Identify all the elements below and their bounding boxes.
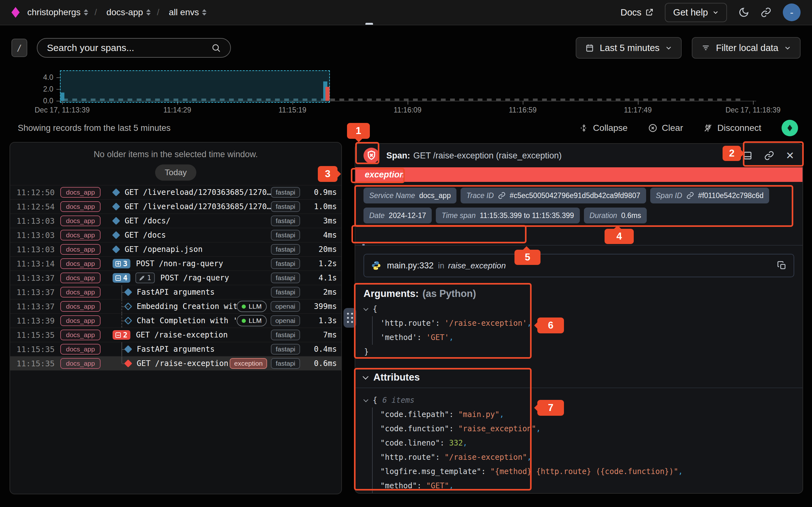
- row-time: 11:12:54: [16, 202, 55, 211]
- span-kind-icon: [112, 217, 120, 225]
- row-framework-tag: fastapi: [271, 216, 300, 226]
- annotation-badge-5: 5: [514, 250, 541, 265]
- clear-button[interactable]: Clear: [648, 123, 683, 133]
- toolbar: / Search your spans... Last 5 minutes Fi…: [11, 38, 801, 58]
- row-time: 11:13:03: [16, 245, 55, 254]
- avatar[interactable]: -: [783, 3, 801, 21]
- collapse-button[interactable]: Collapse: [579, 123, 628, 133]
- panel-resize-handle[interactable]: [344, 308, 356, 328]
- expand-badge[interactable]: −4: [113, 273, 131, 283]
- items-count: 6 items: [382, 396, 414, 405]
- collapse-caret-icon[interactable]: [363, 306, 368, 311]
- row-framework-tag: openai: [270, 315, 300, 326]
- code-line: 'method': 'GET',: [380, 331, 794, 345]
- filter-dropdown[interactable]: Filter local data: [692, 37, 801, 59]
- service-tag: docs_app: [60, 358, 101, 369]
- close-icon[interactable]: ✕: [786, 151, 794, 161]
- status-bar: Showing records from the last 5 minutes …: [18, 120, 798, 136]
- expand-badge[interactable]: +3: [113, 259, 131, 268]
- table-row[interactable]: 11:13:03 docs_app GET /docs/ fastapi 3ms: [10, 214, 341, 228]
- span-duration: 1.0ms: [304, 202, 337, 211]
- time-range-dropdown[interactable]: Last 5 minutes: [576, 37, 682, 59]
- theme-toggle-moon-icon[interactable]: [739, 7, 749, 18]
- code-function: raise_exception: [448, 261, 506, 271]
- expand-badge[interactable]: −2: [113, 330, 131, 340]
- breadcrumb-item[interactable]: /all envs: [151, 7, 206, 17]
- breadcrumb-item[interactable]: /christophergs: [27, 7, 88, 17]
- detail-title: Span:GET /raise-exception (raise_excepti…: [386, 151, 562, 161]
- code-line: "code.lineno": 332,: [380, 436, 794, 450]
- attributes-section: Attributes {6 items "code.filepath": "ma…: [355, 372, 803, 493]
- service-tag: docs_app: [60, 315, 101, 326]
- external-link-icon: [645, 8, 653, 16]
- row-framework-tag: fastapi: [271, 258, 300, 269]
- row-framework-tag: fastapi: [271, 273, 300, 283]
- span-duration: 20ms: [304, 245, 337, 254]
- table-row[interactable]: 11:13:37 docs_app FastAPI arguments fast…: [10, 285, 341, 299]
- table-row[interactable]: 11:13:03 docs_app GET /openapi.json fast…: [10, 242, 341, 257]
- code-line: 'http.route': '/raise-exception',: [380, 316, 794, 331]
- row-time: 11:13:03: [16, 216, 55, 226]
- span-duration: 0.9ms: [304, 188, 337, 197]
- disconnect-button[interactable]: Disconnect: [703, 123, 761, 133]
- meta-pill: Trace ID#c5ec5005042796e91d5db42ca9fd980…: [461, 187, 646, 204]
- service-tag: docs_app: [60, 244, 101, 255]
- span-name: Chat Completion with '…: [137, 316, 237, 325]
- service-tag: docs_app: [60, 230, 101, 240]
- today-button[interactable]: Today: [155, 164, 196, 181]
- span-kind-icon: [112, 245, 120, 253]
- row-framework-tag: fastapi: [271, 230, 300, 240]
- span-duration: 1.2s: [304, 259, 337, 268]
- breadcrumb-item[interactable]: /docs-app: [88, 7, 151, 17]
- table-row[interactable]: 11:12:54 docs_app GET /livereload/127036…: [10, 199, 341, 214]
- service-tag: docs_app: [60, 216, 101, 226]
- pending-badge: 1: [136, 273, 155, 283]
- table-row[interactable]: 11:13:37 docs_app −4 1 POST /rag-query f…: [10, 271, 341, 285]
- logfire-logo-icon[interactable]: [11, 7, 20, 18]
- table-row[interactable]: 11:13:37 docs_app Embedding Creation wit…: [10, 299, 341, 314]
- table-row[interactable]: 11:15:35 docs_app −2 GET /raise-exceptio…: [10, 328, 341, 342]
- row-framework-tag: fastapi: [271, 287, 300, 297]
- span-name: GET /docs: [125, 231, 166, 239]
- span-rows: 11:12:50 docs_app GET /livereload/127036…: [10, 185, 341, 371]
- attributes-heading: Attributes: [373, 372, 420, 383]
- span-duration: 2ms: [304, 288, 337, 297]
- arguments-heading: Arguments:: [363, 288, 419, 299]
- docs-link[interactable]: Docs: [620, 7, 653, 18]
- copy-icon[interactable]: [777, 261, 786, 270]
- span-duration: 1.3s: [304, 316, 337, 325]
- code-location: main.py:332 in raise_exception: [363, 254, 794, 277]
- code-line: "code.function": "raise_exception",: [380, 422, 794, 436]
- row-time: 11:13:37: [16, 288, 55, 297]
- annotation-badge-4: 4: [605, 229, 634, 244]
- span-name: FastAPI arguments: [137, 345, 215, 354]
- span-name: GET /openapi.json: [125, 245, 203, 254]
- get-help-button[interactable]: Get help: [665, 3, 727, 22]
- share-link-icon[interactable]: [761, 7, 771, 18]
- llm-dot-icon: [242, 304, 246, 308]
- table-row[interactable]: 11:13:14 docs_app +3 POST /non-rag-query…: [10, 257, 341, 271]
- table-row[interactable]: 11:15:35 docs_app GET /raise-exception ……: [10, 356, 341, 371]
- table-row[interactable]: 11:13:03 docs_app GET /docs fastapi 4ms: [10, 228, 341, 242]
- span-detail-panel: Span:GET /raise-exception (raise_excepti…: [355, 143, 803, 494]
- meta-pill: Service Namedocs_app: [363, 187, 456, 204]
- table-row[interactable]: 11:13:39 docs_app Chat Completion with '…: [10, 314, 341, 328]
- collapse-caret-icon[interactable]: [363, 397, 368, 402]
- llm-badge: LLM: [237, 315, 267, 326]
- collapse-caret-icon[interactable]: [362, 374, 368, 379]
- span-name: GET /raise-exception …: [137, 359, 230, 368]
- arguments-section: Arguments:(as Python) { 'http.route': '/…: [363, 288, 794, 359]
- permalink-icon[interactable]: [764, 151, 774, 161]
- span-duration: 3ms: [304, 216, 337, 225]
- table-row[interactable]: 11:12:50 docs_app GET /livereload/127036…: [10, 185, 341, 199]
- span-name: GET /raise-exception: [136, 331, 228, 339]
- row-framework-tag: fastapi: [271, 187, 300, 198]
- search-input[interactable]: Search your spans...: [37, 38, 231, 58]
- service-tag: docs_app: [60, 344, 101, 354]
- table-row[interactable]: 11:15:35 docs_app FastAPI arguments fast…: [10, 342, 341, 356]
- detail-tabs: [355, 230, 803, 245]
- python-icon: [371, 261, 381, 271]
- llm-dot-icon: [242, 319, 246, 323]
- span-name: GET /livereload/1270363685/1270…: [125, 188, 271, 197]
- annotation-badge-2: 2: [722, 146, 741, 161]
